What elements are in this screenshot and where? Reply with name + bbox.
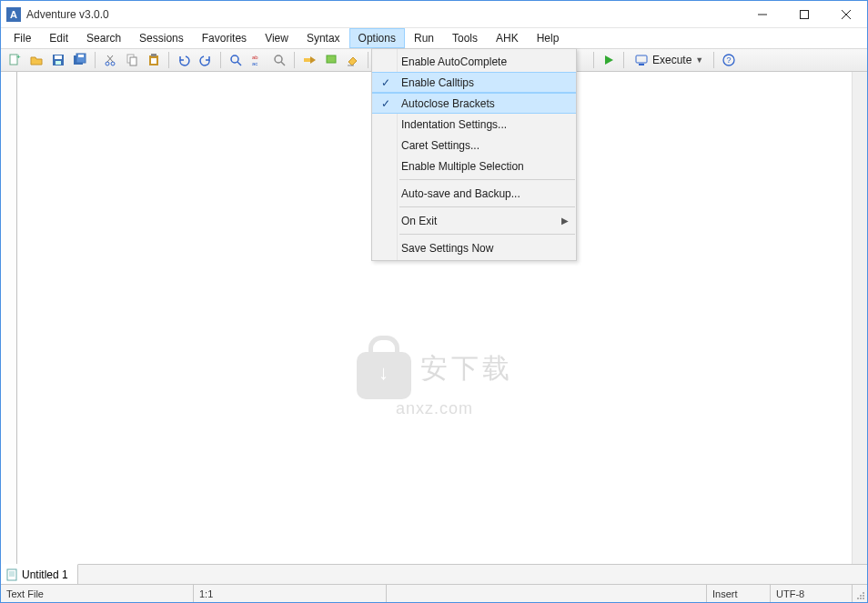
svg-point-42 [863, 592, 864, 594]
menu-ahk[interactable]: AHK [487, 28, 528, 48]
open-file-button[interactable] [26, 50, 46, 70]
svg-text:ac: ac [252, 61, 257, 66]
dropdown-item[interactable]: Autoclose Brackets [372, 93, 576, 114]
dropdown-item[interactable]: Save Settings Now [372, 237, 576, 258]
dropdown-item[interactable]: On Exit▶ [372, 210, 576, 231]
gutter [1, 72, 17, 564]
redo-button[interactable] [196, 50, 216, 70]
resize-grip[interactable] [853, 585, 867, 602]
menu-view[interactable]: View [256, 28, 298, 48]
execute-icon [634, 53, 649, 67]
toolbar-separator [168, 52, 169, 68]
execute-label: Execute [652, 54, 691, 66]
menu-search[interactable]: Search [77, 28, 130, 48]
watermark: ↓ 安下载 anxz.com [357, 336, 513, 418]
run-button[interactable] [599, 50, 619, 70]
window-title: Adventure v3.0.0 [26, 8, 742, 21]
dropdown-item[interactable]: Enable Multiple Selection [372, 156, 576, 176]
menu-syntax[interactable]: Syntax [298, 28, 349, 48]
svg-text:ab: ab [252, 55, 258, 60]
status-filetype: Text File [1, 585, 194, 602]
save-all-button[interactable] [70, 50, 90, 70]
watermark-icon: ↓ [357, 336, 411, 399]
clear-button[interactable] [343, 50, 363, 70]
undo-button[interactable] [174, 50, 194, 70]
statusbar: Text File 1:1 Insert UTF-8 [1, 584, 867, 602]
menu-file[interactable]: File [5, 28, 40, 48]
tab-label: Untitled 1 [22, 568, 68, 581]
chevron-down-icon: ▼ [695, 55, 703, 65]
dropdown-item[interactable]: Enable Calltips [372, 72, 576, 93]
svg-point-13 [111, 62, 115, 65]
svg-rect-27 [327, 55, 336, 63]
svg-point-41 [860, 595, 862, 597]
svg-point-12 [106, 62, 109, 65]
menu-options[interactable]: Options [349, 28, 405, 48]
close-button[interactable] [825, 1, 867, 27]
svg-rect-7 [55, 55, 62, 59]
svg-point-39 [863, 595, 864, 597]
toolbar-separator [593, 52, 594, 68]
document-icon [6, 568, 17, 581]
maximize-button[interactable] [783, 1, 825, 27]
copy-button[interactable] [122, 50, 142, 70]
svg-rect-11 [78, 55, 84, 57]
svg-rect-33 [7, 569, 16, 580]
status-insert-mode: Insert [707, 585, 771, 602]
status-position: 1:1 [194, 585, 387, 602]
svg-rect-30 [639, 64, 644, 65]
dropdown-item[interactable]: Caret Settings... [372, 135, 576, 156]
svg-rect-20 [151, 58, 156, 64]
dropdown-item[interactable]: Auto-save and Backup... [372, 183, 576, 204]
svg-point-25 [275, 55, 282, 63]
svg-point-21 [231, 55, 238, 63]
titlebar: A Adventure v3.0.0 [1, 1, 867, 28]
new-file-button[interactable]: + [5, 50, 25, 70]
menu-sessions[interactable]: Sessions [130, 28, 193, 48]
menu-tools[interactable]: Tools [443, 28, 487, 48]
vertical-scrollbar[interactable] [852, 72, 867, 564]
svg-point-38 [860, 598, 862, 599]
tabbar: Untitled 1 [1, 564, 867, 584]
dropdown-separator [399, 234, 575, 235]
replace-button[interactable]: abac [247, 50, 267, 70]
dropdown-separator [399, 206, 575, 207]
menu-help[interactable]: Help [528, 28, 569, 48]
dropdown-item[interactable]: Indentation Settings... [372, 114, 576, 135]
app-window: A Adventure v3.0.0 FileEditSearchSession… [0, 0, 868, 603]
svg-point-40 [857, 598, 859, 599]
goto-button[interactable] [299, 50, 319, 70]
svg-rect-8 [56, 61, 61, 65]
toolbar-separator [220, 52, 221, 68]
svg-line-22 [237, 62, 241, 65]
paste-button[interactable] [144, 50, 164, 70]
save-button[interactable] [48, 50, 68, 70]
execute-dropdown[interactable]: Execute ▼ [629, 50, 709, 70]
svg-rect-19 [151, 54, 156, 56]
dropdown-item[interactable]: Enable AutoComplete [372, 51, 576, 72]
bookmark-button[interactable] [321, 50, 341, 70]
document-tab[interactable]: Untitled 1 [1, 564, 78, 584]
svg-line-26 [281, 62, 285, 65]
dropdown-separator [399, 179, 575, 180]
svg-rect-17 [130, 57, 136, 65]
status-encoding: UTF-8 [771, 585, 853, 602]
svg-point-37 [863, 598, 864, 599]
menu-favorites[interactable]: Favorites [193, 28, 256, 48]
toolbar-separator [713, 52, 714, 68]
options-dropdown: Enable AutoCompleteEnable CalltipsAutocl… [371, 48, 577, 261]
window-controls [742, 1, 867, 27]
find-button[interactable] [226, 50, 246, 70]
status-spacer [387, 585, 707, 602]
minimize-button[interactable] [742, 1, 783, 27]
submenu-arrow-icon: ▶ [561, 216, 569, 226]
svg-rect-29 [636, 55, 647, 63]
menu-run[interactable]: Run [405, 28, 443, 48]
menu-edit[interactable]: Edit [40, 28, 77, 48]
help-button[interactable]: ? [719, 50, 739, 70]
svg-text:+: + [16, 53, 21, 61]
toolbar-separator [368, 52, 368, 68]
toolbar-separator [95, 52, 96, 68]
cut-button[interactable] [100, 50, 120, 70]
find-in-files-button[interactable] [269, 50, 289, 70]
